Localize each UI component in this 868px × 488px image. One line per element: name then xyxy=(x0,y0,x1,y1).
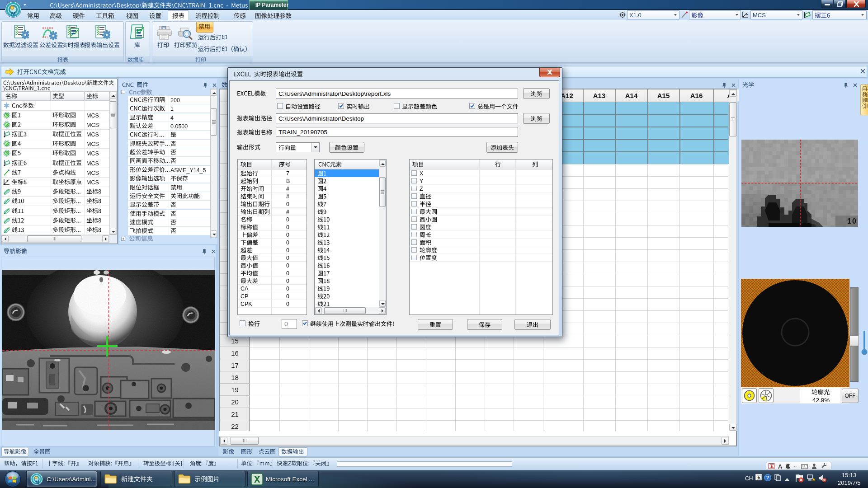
svg-text:10: 10 xyxy=(847,217,857,225)
svg-text:?: ? xyxy=(766,475,769,480)
